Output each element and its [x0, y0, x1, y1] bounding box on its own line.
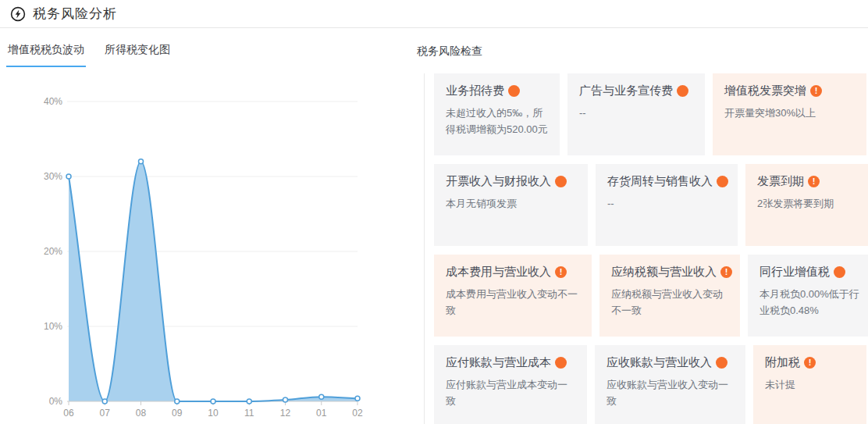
svg-text:20%: 20%: [44, 246, 62, 257]
risk-card-tax-payable-vs-revenue: 应纳税额与营业收入! 应纳税额与营业收入变动不一致: [599, 255, 740, 337]
risk-card-title: 业务招待费: [446, 84, 504, 98]
risk-check-panel: 税务风险检查 业务招待费 未超过收入的5‰，所得税调增额为520.00元 广告与…: [417, 28, 868, 424]
svg-text:07: 07: [100, 408, 111, 419]
card-row: 成本费用与营业收入! 成本费用与营业收入变动不一致 应纳税额与营业收入! 应纳税…: [434, 255, 868, 337]
risk-card-desc: 应付账款与营业成本变动一致: [446, 376, 575, 409]
risk-card-desc: 应纳税额与营业收入变动不一致: [611, 286, 728, 319]
risk-card-title: 应收账款与营业收入: [607, 355, 712, 370]
tabs-bar: 增值税税负波动 所得税变化图: [6, 43, 417, 67]
warning-icon: !: [808, 176, 820, 187]
warning-icon: !: [810, 85, 822, 97]
risk-card-business-entertainment: 业务招待费 未超过收入的5‰，所得税调增额为520.00元: [434, 73, 560, 155]
warning-icon: [555, 357, 567, 369]
risk-card-desc: 未计提: [765, 376, 855, 393]
svg-text:02: 02: [352, 408, 363, 419]
risk-card-desc: 本月无销项发票: [446, 195, 576, 212]
card-row: 应付账款与营业成本 应付账款与营业成本变动一致 应收账款与营业收入 应收账款与营…: [434, 345, 868, 424]
risk-card-inventory-turnover: 存货周转与销售收入 --: [596, 164, 738, 246]
risk-card-vat-invoice-surge: 增值税发票突增! 开票量突增30%以上: [713, 73, 866, 155]
risk-card-desc: --: [579, 105, 693, 121]
svg-text:08: 08: [136, 408, 147, 419]
risk-card-advertising: 广告与业务宣传费 --: [567, 73, 705, 155]
svg-text:10: 10: [208, 408, 219, 419]
lightning-circle-icon: [10, 6, 26, 22]
risk-card-title: 发票到期: [757, 174, 804, 189]
risk-card-desc: 2张发票将要到期: [757, 195, 857, 212]
risk-card-desc: 应收账款与营业收入变动一致: [607, 376, 734, 409]
risk-card-desc: 未超过收入的5‰，所得税调增额为520.00元: [446, 105, 548, 137]
panel-title: 税务风险检查: [417, 45, 868, 59]
risk-card-title: 增值税发票突增: [724, 84, 806, 98]
risk-card-invoice-vs-financial-income: 开票收入与财报收入 本月无销项发票: [434, 164, 588, 246]
risk-card-desc: 开票量突增30%以上: [724, 105, 855, 121]
svg-text:01: 01: [316, 408, 327, 419]
tab-vat-burden-fluctuation[interactable]: 增值税税负波动: [6, 43, 86, 67]
risk-card-desc: 成本费用与营业收入变动不一致: [446, 286, 580, 319]
svg-text:12: 12: [280, 408, 291, 419]
risk-card-industry-vat: 同行业增值税 本月税负0.00%低于行业税负0.48%: [748, 255, 868, 337]
warning-icon: [677, 85, 688, 97]
warning-icon: [508, 85, 520, 97]
warning-icon: !: [804, 357, 816, 369]
warning-icon: [555, 176, 567, 187]
warning-icon: !: [555, 266, 567, 278]
risk-card-payables-vs-cost: 应付账款与营业成本 应付账款与营业成本变动一致: [434, 345, 587, 424]
risk-card-surtax: 附加税! 未计提: [753, 345, 866, 424]
svg-text:09: 09: [172, 408, 183, 419]
risk-card-desc: --: [607, 195, 726, 212]
risk-card-title: 同行业增值税: [760, 265, 830, 280]
tab-income-tax-change-chart[interactable]: 所得税变化图: [103, 43, 172, 67]
risk-card-title: 成本费用与营业收入: [446, 265, 551, 280]
svg-text:11: 11: [244, 408, 254, 419]
svg-text:10%: 10%: [44, 321, 62, 332]
svg-text:0%: 0%: [49, 396, 63, 407]
warning-icon: [834, 266, 845, 278]
risk-card-title: 应纳税额与营业收入: [611, 265, 717, 280]
risk-card-cost-vs-revenue: 成本费用与营业收入! 成本费用与营业收入变动不一致: [434, 255, 592, 337]
risk-card-title: 应付账款与营业成本: [446, 355, 551, 370]
svg-text:40%: 40%: [44, 96, 62, 107]
card-row: 业务招待费 未超过收入的5‰，所得税调增额为520.00元 广告与业务宣传费 -…: [434, 73, 868, 155]
risk-card-title: 开票收入与财报收入: [446, 174, 551, 189]
risk-card-title: 广告与业务宣传费: [579, 84, 673, 98]
svg-text:06: 06: [63, 408, 74, 419]
page-header: 税务风险分析: [0, 0, 868, 28]
content: 增值税税负波动 所得税变化图 0%10%20%30%40%06070809101…: [0, 28, 868, 424]
chart-section: 增值税税负波动 所得税变化图 0%10%20%30%40%06070809101…: [0, 28, 417, 424]
risk-card-title: 存货周转与销售收入: [607, 174, 713, 189]
card-row: 开票收入与财报收入 本月无销项发票 存货周转与销售收入 -- 发票到期! 2张发…: [434, 164, 868, 246]
svg-text:30%: 30%: [44, 171, 62, 182]
warning-icon: [717, 176, 728, 187]
tax-risk-analysis-page: 税务风险分析 增值税税负波动 所得税变化图 0%10%20%30%40%0607…: [0, 0, 868, 424]
risk-card-receivables-vs-revenue: 应收账款与营业收入 应收账款与营业收入变动一致: [595, 345, 745, 424]
warning-icon: !: [720, 266, 732, 278]
risk-cards-container: 业务招待费 未超过收入的5‰，所得税调增额为520.00元 广告与业务宣传费 -…: [424, 73, 868, 424]
risk-card-invoice-expiry: 发票到期! 2张发票将要到期: [745, 164, 868, 246]
risk-card-title: 附加税: [765, 355, 800, 370]
risk-card-desc: 本月税负0.00%低于行业税负0.48%: [760, 286, 859, 319]
warning-icon: [716, 357, 727, 369]
vat-burden-area-chart[interactable]: 0%10%20%30%40%060708091011120102: [0, 70, 417, 424]
page-title: 税务风险分析: [33, 5, 117, 23]
